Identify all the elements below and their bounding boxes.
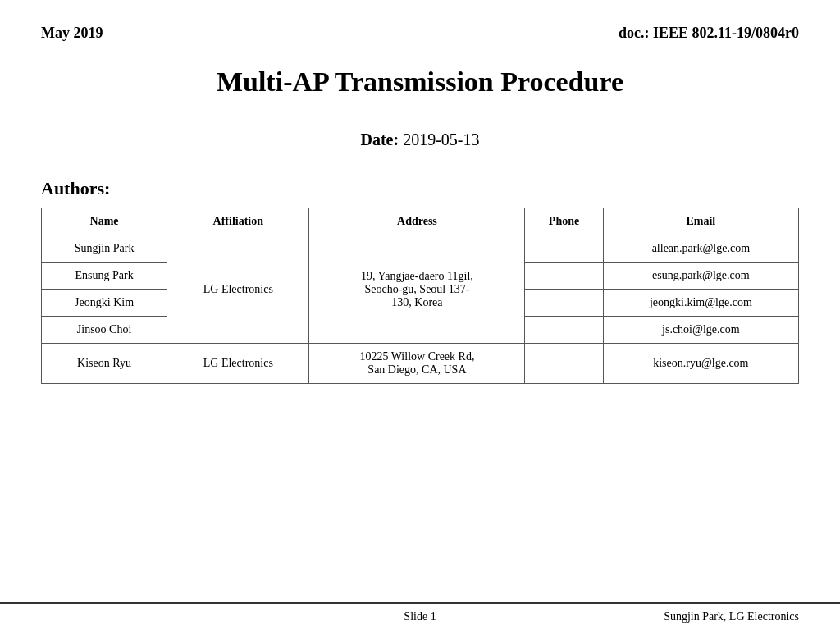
header-doc: doc.: IEEE 802.11-19/0804r0 xyxy=(619,25,799,42)
table-header-row: Name Affiliation Address Phone Email xyxy=(42,208,799,235)
footer: Slide 1 Sungjin Park, LG Electronics xyxy=(0,602,840,630)
col-name: Name xyxy=(42,208,167,235)
cell-email-3: jeongki.kim@lge.com xyxy=(603,290,798,317)
header: May 2019 doc.: IEEE 802.11-19/0804r0 xyxy=(41,25,799,42)
cell-phone-2 xyxy=(525,262,603,290)
date-value: 2019-05-13 xyxy=(403,130,479,148)
table-row: Kiseon Ryu LG Electronics 10225 Willow C… xyxy=(42,344,799,384)
date-label: Date: xyxy=(361,130,399,148)
col-address: Address xyxy=(309,208,525,235)
header-date: May 2019 xyxy=(41,25,103,42)
cell-name-4: Jinsoo Choi xyxy=(42,317,167,344)
cell-phone-5 xyxy=(525,344,603,384)
cell-phone-3 xyxy=(525,290,603,317)
cell-email-5: kiseon.ryu@lge.com xyxy=(603,344,798,384)
col-email: Email xyxy=(603,208,798,235)
col-affiliation: Affiliation xyxy=(167,208,309,235)
date-section: Date: 2019-05-13 xyxy=(41,130,799,149)
authors-table: Name Affiliation Address Phone Email Sun… xyxy=(41,208,799,384)
cell-affiliation-5: LG Electronics xyxy=(167,344,309,384)
footer-right: Sungjin Park, LG Electronics xyxy=(664,610,799,623)
cell-address-5: 10225 Willow Creek Rd,San Diego, CA, USA xyxy=(309,344,525,384)
slide: May 2019 doc.: IEEE 802.11-19/0804r0 Mul… xyxy=(0,0,840,630)
col-phone: Phone xyxy=(525,208,603,235)
cell-name-3: Jeongki Kim xyxy=(42,290,167,317)
cell-name-5: Kiseon Ryu xyxy=(42,344,167,384)
cell-name-2: Ensung Park xyxy=(42,262,167,290)
cell-email-1: allean.park@lge.com xyxy=(603,235,798,262)
title-section: Multi-AP Transmission Procedure xyxy=(41,66,799,98)
footer-center: Slide 1 xyxy=(404,610,436,623)
table-row: Sungjin Park LG Electronics 19, Yangjae-… xyxy=(42,235,799,262)
main-title: Multi-AP Transmission Procedure xyxy=(41,66,799,98)
cell-name-1: Sungjin Park xyxy=(42,235,167,262)
cell-affiliation-1: LG Electronics xyxy=(167,235,309,344)
cell-phone-4 xyxy=(525,317,603,344)
cell-email-2: esung.park@lge.com xyxy=(603,262,798,290)
cell-email-4: js.choi@lge.com xyxy=(603,317,798,344)
cell-address-1: 19, Yangjae-daero 11gil,Seocho-gu, Seoul… xyxy=(309,235,525,344)
authors-section: Authors: Name Affiliation Address Phone … xyxy=(41,178,799,384)
cell-phone-1 xyxy=(525,235,603,262)
authors-label: Authors: xyxy=(41,178,799,199)
